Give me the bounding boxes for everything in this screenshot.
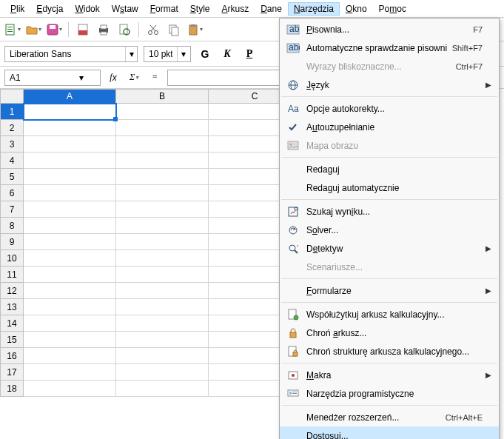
font-size-combo[interactable]: ▾ [144, 46, 191, 62]
menu-widok[interactable]: Widok [69, 2, 105, 16]
cell-A16[interactable] [24, 348, 116, 364]
cell-A5[interactable] [24, 169, 116, 185]
cell-A8[interactable] [24, 218, 116, 234]
row-header-7[interactable]: 7 [0, 201, 24, 218]
cell-A15[interactable] [24, 332, 116, 348]
row-header-16[interactable]: 16 [0, 348, 24, 364]
cell-B16[interactable] [116, 348, 209, 364]
menu-item-chroń-strukturę-arkusza-kalkulacyjnego[interactable]: Chroń strukturę arkusza kalkulacyjnego..… [280, 342, 499, 361]
row-header-5[interactable]: 5 [0, 169, 24, 185]
cell-A4[interactable] [24, 153, 116, 169]
cell-B1[interactable] [116, 104, 209, 120]
equals-button[interactable]: = [147, 70, 163, 86]
cell-B4[interactable] [116, 153, 209, 169]
font-name-input[interactable] [5, 47, 125, 61]
menu-item-redaguj[interactable]: Redaguj [280, 160, 499, 178]
row-header-14[interactable]: 14 [0, 315, 24, 332]
cell-A18[interactable] [24, 381, 116, 397]
cell-A10[interactable] [24, 250, 116, 267]
menu-item-pisownia[interactable]: ab✓Pisownia...F7 [280, 20, 499, 38]
menu-item-współużytkuj-arkusz-kalkulacyjny[interactable]: Współużytkuj arkusz kalkulacyjny... [280, 305, 499, 324]
print-button[interactable] [95, 21, 112, 38]
col-header-B[interactable]: B [116, 89, 209, 104]
cell-A17[interactable] [24, 364, 116, 381]
menu-dane[interactable]: Dane [255, 2, 288, 16]
new-doc-button[interactable]: ▾ [4, 21, 21, 38]
chevron-down-icon[interactable]: ▾ [125, 47, 137, 61]
menu-plik[interactable]: Plik [4, 2, 30, 16]
export-pdf-button[interactable] [75, 21, 91, 38]
open-button[interactable]: ▾ [25, 21, 41, 38]
row-header-17[interactable]: 17 [0, 364, 24, 381]
menu-okno[interactable]: Okno [340, 2, 373, 16]
menu-item-szukaj-wyniku[interactable]: Szukaj wyniku... [280, 202, 499, 221]
menu-item-narzędzia-programistyczne[interactable]: Narzędzia programistyczne [280, 384, 499, 403]
menu-item-redaguj-automatycznie[interactable]: Redaguj automatycznie [280, 178, 499, 197]
row-header-13[interactable]: 13 [0, 299, 24, 315]
italic-button[interactable]: K [219, 46, 235, 62]
function-wizard-button[interactable]: fx [105, 70, 121, 86]
row-header-6[interactable]: 6 [0, 185, 24, 201]
cell-B7[interactable] [116, 201, 209, 218]
cell-B5[interactable] [116, 169, 209, 185]
row-header-9[interactable]: 9 [0, 234, 24, 250]
save-button[interactable]: ▾ [46, 21, 62, 38]
underline-button[interactable]: P [241, 46, 258, 62]
cell-A2[interactable] [24, 120, 116, 136]
cell-B17[interactable] [116, 364, 209, 381]
row-header-15[interactable]: 15 [0, 332, 24, 348]
row-header-18[interactable]: 18 [0, 381, 24, 397]
cell-B6[interactable] [116, 185, 209, 201]
cell-reference-box[interactable]: ▾ [4, 70, 101, 86]
menu-item-opcje-autokorekty[interactable]: AaOpcje autokorekty... [280, 99, 499, 118]
menu-item-język[interactable]: Język▶ [280, 76, 499, 94]
cell-B9[interactable] [116, 234, 209, 250]
row-header-10[interactable]: 10 [0, 250, 24, 267]
menu-arkusz[interactable]: Arkusz [215, 2, 255, 16]
cell-B11[interactable] [116, 267, 209, 283]
menu-item-dostosuj[interactable]: Dostosuj... [280, 426, 499, 439]
cell-A6[interactable] [24, 185, 116, 201]
cell-A1[interactable] [24, 104, 116, 120]
menu-item-detektyw[interactable]: Detektyw▶ [280, 239, 499, 258]
menu-wstaw[interactable]: Wstaw [106, 2, 144, 16]
print-preview-button[interactable] [116, 21, 132, 38]
cut-button[interactable] [145, 21, 161, 38]
cell-reference-input[interactable] [5, 73, 79, 83]
row-header-3[interactable]: 3 [0, 136, 24, 153]
cell-B2[interactable] [116, 120, 209, 136]
cell-A3[interactable] [24, 136, 116, 153]
menu-item-formularze[interactable]: Formularze▶ [280, 281, 499, 300]
cell-A14[interactable] [24, 315, 116, 332]
menu-item-autouzupełnianie[interactable]: Autouzupełnianie [280, 118, 499, 136]
cell-B15[interactable] [116, 332, 209, 348]
cell-A7[interactable] [24, 201, 116, 218]
menu-item-chroń-arkusz[interactable]: Chroń arkusz... [280, 324, 499, 342]
col-header-A[interactable]: A [24, 89, 116, 104]
chevron-down-icon[interactable]: ▾ [79, 73, 84, 83]
menu-narzędzia[interactable]: Narzędzia [288, 2, 340, 16]
cell-B10[interactable] [116, 250, 209, 267]
menu-style[interactable]: Style [184, 2, 216, 16]
menu-format[interactable]: Format [144, 2, 184, 16]
row-header-11[interactable]: 11 [0, 267, 24, 283]
cell-A13[interactable] [24, 299, 116, 315]
row-header-1[interactable]: 1 [0, 104, 24, 120]
menu-pomoc[interactable]: Pomoc [373, 2, 412, 16]
cell-B12[interactable] [116, 283, 209, 299]
cell-A9[interactable] [24, 234, 116, 250]
row-header-12[interactable]: 12 [0, 283, 24, 299]
cell-B8[interactable] [116, 218, 209, 234]
cell-B3[interactable] [116, 136, 209, 153]
bold-button[interactable]: G [197, 46, 213, 62]
font-name-combo[interactable]: ▾ [4, 46, 138, 62]
row-header-8[interactable]: 8 [0, 218, 24, 234]
chevron-down-icon[interactable]: ▾ [177, 47, 189, 61]
cell-B18[interactable] [116, 381, 209, 397]
sum-button[interactable]: Σ▾ [126, 70, 142, 86]
menu-item-solver[interactable]: Solver... [280, 221, 499, 239]
select-all-corner[interactable] [0, 89, 24, 104]
paste-button[interactable]: ▾ [187, 21, 203, 38]
row-header-2[interactable]: 2 [0, 120, 24, 136]
copy-button[interactable] [166, 21, 182, 38]
